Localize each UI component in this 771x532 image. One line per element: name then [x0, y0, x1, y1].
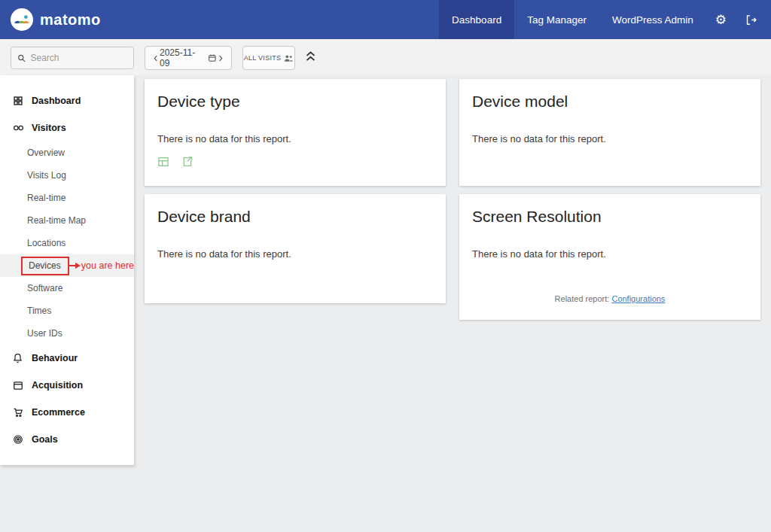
- users-icon: [284, 54, 294, 62]
- table-view-icon[interactable]: [157, 156, 169, 168]
- card-title: Screen Resolution: [472, 208, 602, 226]
- cart-icon: [13, 407, 24, 418]
- sidebar-item-label: Visitors: [32, 123, 66, 133]
- device-brand-card: Device brand There is no data for this r…: [145, 194, 446, 303]
- devices-highlight-box[interactable]: Devices: [21, 257, 69, 275]
- segment-label: ALL VISITS: [244, 54, 282, 62]
- sidebar-item-label: Software: [27, 283, 62, 293]
- left-sidebar: Dashboard Visitors Overview Visits Log R…: [0, 75, 134, 465]
- device-model-card: Device model There is no data for this r…: [459, 79, 760, 186]
- sidebar-item-visitors[interactable]: Visitors: [0, 114, 134, 141]
- nav-tab-dashboard[interactable]: Dashboard: [439, 0, 514, 39]
- sidebar-item-label: Real-time: [27, 193, 66, 203]
- sidebar-item-label: Visits Log: [27, 170, 66, 181]
- dashboard-grid-icon: [13, 96, 24, 106]
- annotation-arrow-head-icon: [75, 263, 81, 269]
- sidebar-item-label: Goals: [32, 434, 58, 445]
- sidebar-item-software[interactable]: Software: [0, 277, 134, 299]
- no-data-message: There is no data for this report.: [472, 248, 606, 260]
- sidebar-item-behaviour[interactable]: Behaviour: [0, 345, 134, 372]
- screen-resolution-card: Screen Resolution There is no data for t…: [459, 194, 760, 320]
- sidebar-item-overview[interactable]: Overview: [0, 141, 134, 164]
- settings-gear-icon[interactable]: ⚙: [706, 0, 736, 39]
- sidebar-item-label: Times: [27, 306, 51, 316]
- sidebar-item-label: Dashboard: [32, 96, 81, 106]
- card-title: Device type: [157, 93, 240, 111]
- sidebar-item-label: Behaviour: [32, 353, 78, 363]
- sidebar-item-label: Ecommerce: [32, 407, 85, 418]
- device-type-card: Device type There is no data for this re…: [145, 79, 446, 186]
- sidebar-item-real-time[interactable]: Real-time: [0, 187, 134, 209]
- secondary-toolbar: 2025-11-09 ALL VISITS: [0, 39, 771, 75]
- you-are-here-annotation: you are here: [81, 260, 134, 271]
- sidebar-item-label: Devices: [29, 260, 61, 271]
- target-icon: [13, 434, 24, 445]
- bell-icon: [13, 353, 24, 363]
- date-picker[interactable]: 2025-11-09: [145, 46, 232, 70]
- related-report-row: Related report: Configurations: [459, 294, 760, 303]
- top-navbar: matomo Dashboard Tag Manager WordPress A…: [0, 0, 771, 39]
- sidebar-item-label: Acquisition: [32, 380, 83, 391]
- sidebar-item-locations[interactable]: Locations: [0, 232, 134, 254]
- nav-tab-tag-manager[interactable]: Tag Manager: [514, 0, 599, 39]
- search-box[interactable]: [11, 47, 134, 69]
- calendar-icon: [208, 53, 217, 62]
- window-icon: [13, 381, 24, 391]
- related-report-label: Related report:: [555, 294, 610, 303]
- next-date-icon[interactable]: [217, 54, 224, 62]
- search-input[interactable]: [30, 53, 127, 63]
- nav-tab-wordpress-admin[interactable]: WordPress Admin: [599, 0, 706, 39]
- sidebar-item-label: User IDs: [27, 328, 62, 339]
- card-title: Device model: [472, 93, 568, 111]
- sidebar-item-visits-log[interactable]: Visits Log: [0, 164, 134, 187]
- sidebar-item-ecommerce[interactable]: Ecommerce: [0, 399, 134, 426]
- sidebar-item-label: Overview: [27, 147, 65, 158]
- sidebar-item-label: Locations: [27, 238, 66, 248]
- no-data-message: There is no data for this report.: [157, 133, 291, 144]
- sidebar-item-real-time-map[interactable]: Real-time Map: [0, 209, 134, 232]
- sidebar-item-label: Real-time Map: [27, 215, 86, 226]
- selected-date: 2025-11-09: [160, 47, 204, 68]
- collapse-toolbar-icon[interactable]: [305, 50, 316, 62]
- export-icon[interactable]: [181, 156, 194, 168]
- sidebar-item-times[interactable]: Times: [0, 299, 134, 322]
- sidebar-item-devices[interactable]: Devices you are here: [0, 254, 134, 277]
- search-icon: [17, 53, 26, 63]
- navbar-menu: Dashboard Tag Manager WordPress Admin ⚙: [439, 0, 771, 39]
- sidebar-item-dashboard[interactable]: Dashboard: [0, 87, 134, 114]
- segment-selector[interactable]: ALL VISITS: [242, 46, 295, 70]
- logout-icon[interactable]: [736, 0, 766, 39]
- visitors-icon: [13, 123, 24, 132]
- matomo-logo-icon: [11, 8, 33, 31]
- no-data-message: There is no data for this report.: [472, 133, 606, 144]
- no-data-message: There is no data for this report.: [157, 248, 291, 260]
- sidebar-item-goals[interactable]: Goals: [0, 426, 134, 453]
- prev-date-icon[interactable]: [152, 54, 160, 62]
- matomo-logo[interactable]: matomo: [0, 8, 101, 31]
- annotation-arrow-line: [69, 265, 75, 266]
- configurations-link[interactable]: Configurations: [611, 294, 665, 303]
- sidebar-item-acquisition[interactable]: Acquisition: [0, 372, 134, 399]
- card-title: Device brand: [157, 208, 251, 226]
- brand-name: matomo: [40, 11, 101, 29]
- sidebar-item-user-ids[interactable]: User IDs: [0, 322, 134, 345]
